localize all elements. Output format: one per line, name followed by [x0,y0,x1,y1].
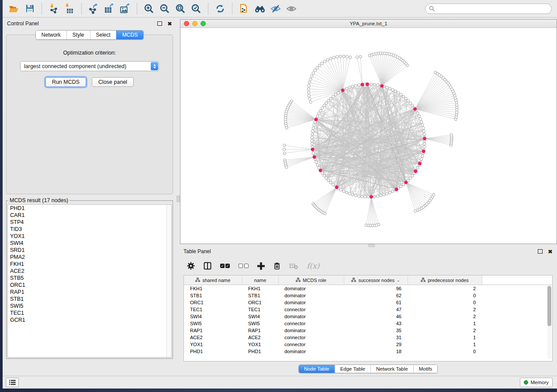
refresh-view-icon[interactable] [212,2,228,15]
zoom-selected-icon[interactable] [188,2,204,15]
mcds-result-item[interactable]: STP4 [8,219,171,226]
save-session-icon[interactable] [22,2,38,15]
mcds-hub-node[interactable] [335,186,339,189]
mcds-hub-node[interactable] [341,89,344,92]
table-settings-gear-icon[interactable] [187,262,195,270]
float-panel-icon[interactable] [538,249,543,254]
column-header-name[interactable]: name [242,275,278,285]
mcds-result-item[interactable]: SWI5 [8,303,171,309]
import-network-icon[interactable] [46,2,62,15]
table-row[interactable]: TEC1TEC1connector472 [184,306,552,313]
import-table-icon[interactable] [62,2,77,15]
mcds-result-item[interactable]: STB1 [8,296,171,303]
table-row[interactable]: SWI4SWI4dominator462 [184,313,552,320]
search-input[interactable] [437,5,548,12]
table-row[interactable]: ACE2ACE2connector311 [184,334,552,341]
mcds-node[interactable] [318,168,322,172]
mcds-hub-node[interactable] [413,107,417,111]
show-panels-menu-button[interactable] [6,378,19,387]
splitter-grip[interactable] [368,244,375,247]
close-panel-icon[interactable]: ✖ [167,21,172,27]
mcds-hub-node[interactable] [312,155,316,159]
zoom-fit-icon[interactable] [173,2,188,15]
mcds-hub-node[interactable] [314,117,318,121]
mcds-result-item[interactable]: ORC1 [8,282,171,289]
mcds-result-item[interactable]: SWI4 [8,240,171,247]
column-header-MCDS-role[interactable]: MCDS role [278,275,344,285]
table-row[interactable]: FKH1FKH1dominator962 [184,285,552,292]
tab-network-table[interactable]: Network Table [370,365,413,373]
show-columns-icon[interactable] [204,262,211,270]
table-scrollbar-track[interactable] [547,285,551,359]
mcds-result-item[interactable]: SRD1 [8,247,171,254]
mcds-result-item[interactable]: ACE2 [8,268,171,275]
network-graph[interactable] [180,28,557,243]
export-image-icon[interactable] [117,2,133,15]
mcds-node[interactable] [414,169,417,173]
mcds-result-item[interactable]: PHD1 [8,205,171,212]
mcds-hub-node[interactable] [360,83,364,86]
mcds-result-item[interactable]: GCR1 [8,316,171,323]
hide-selected-icon[interactable] [268,2,284,15]
find-network-icon[interactable] [252,2,268,15]
mcds-hub-node[interactable] [311,148,314,151]
mcds-result-item[interactable]: TID3 [8,226,171,233]
mcds-hub-node[interactable] [370,195,373,199]
export-table-icon[interactable] [101,2,117,15]
mcds-node[interactable] [394,188,398,191]
mcds-result-item[interactable]: RAP1 [8,289,171,296]
mcds-result-item[interactable]: TEC1 [8,309,171,316]
tab-mcds[interactable]: MCDS [116,31,143,39]
mcds-node[interactable] [366,83,369,86]
mcds-result-group: MCDS result (17 nodes) PHD1CAR1STP4TID3Y… [6,197,173,359]
column-header-successor-nodes[interactable]: successor nodes⌄ [344,275,408,285]
table-row[interactable]: SWI5SWI5connector431 [184,320,552,327]
table-row[interactable]: PHD1PHD1dominator180 [184,348,552,355]
add-column-icon[interactable] [257,262,265,270]
mcds-result-item[interactable]: CAR1 [8,212,171,219]
open-session-icon[interactable] [6,2,22,15]
table-scrollbar-thumb[interactable] [547,286,551,326]
table-row[interactable]: ORC1ORC1dominator610 [184,299,552,306]
column-type-icon [296,278,301,283]
deselect-all-checkboxes-icon[interactable] [239,264,249,268]
delete-table-icon[interactable] [289,263,298,269]
mcds-node[interactable] [422,149,425,153]
tab-network[interactable]: Network [36,31,66,39]
mcds-hub-node[interactable] [423,137,426,140]
mcds-node[interactable] [418,162,422,165]
close-panel-button[interactable]: Close panel [92,77,134,87]
select-all-checkboxes-icon[interactable]: ✓✓ [220,264,230,268]
list-scrollbar[interactable] [166,205,171,357]
mcds-hub-node[interactable] [380,84,384,88]
network-canvas[interactable] [180,28,557,244]
memory-button[interactable]: Memory [520,378,553,387]
column-header-shared-name[interactable]: shared name [184,275,242,285]
mcds-result-item[interactable]: STB5 [8,275,171,282]
new-network-from-selection-icon[interactable] [236,2,252,15]
export-network-icon[interactable] [86,2,101,15]
tab-style[interactable]: Style [66,31,90,39]
tab-edge-table[interactable]: Edge Table [335,365,370,373]
mcds-result-item[interactable]: FKH1 [8,261,171,268]
delete-column-icon[interactable] [273,262,280,270]
zoom-in-icon[interactable] [141,2,157,15]
mcds-result-item[interactable]: PMA2 [8,254,171,261]
table-row[interactable]: RAP1RAP1dominator352 [184,327,552,334]
close-panel-icon[interactable]: ✖ [548,249,553,254]
horizontal-splitter[interactable] [179,244,557,246]
zoom-out-icon[interactable] [157,2,173,15]
tab-node-table[interactable]: Node Table [299,365,335,373]
tab-select[interactable]: Select [90,31,116,39]
tab-motifs[interactable]: Motifs [413,365,438,373]
mcds-result-item[interactable]: YOX1 [8,233,171,240]
table-row[interactable]: STB1STB1dominator620 [184,292,552,299]
criterion-dropdown[interactable]: largest connected component (undirected) [20,61,159,71]
float-panel-icon[interactable] [157,21,162,26]
mcds-hub-node[interactable] [404,181,408,184]
show-all-icon[interactable] [284,2,299,15]
column-header-predecessor-nodes[interactable]: predecessor nodes [408,275,482,285]
function-builder-icon[interactable]: f(x) [307,261,319,270]
run-mcds-button[interactable]: Run MCDS [45,77,86,87]
table-row[interactable]: YOX1YOX1connector291 [184,341,552,348]
